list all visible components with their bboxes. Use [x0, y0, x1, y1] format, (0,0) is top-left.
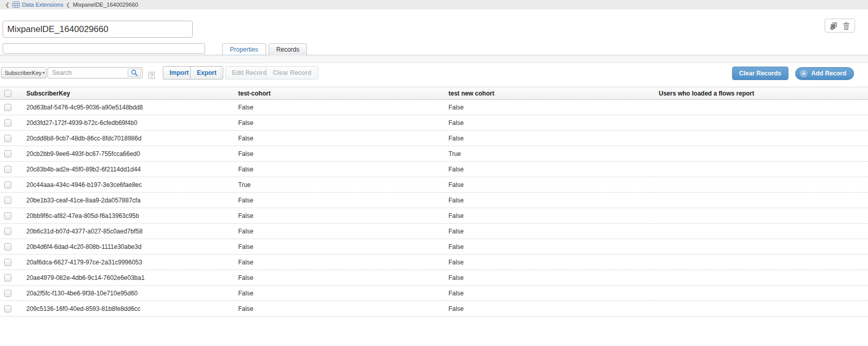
cell-test-new-cohort: False	[445, 177, 656, 193]
cell-test-new-cohort: False	[445, 100, 656, 115]
toolbar-right-group: Clear Records + Add Record	[732, 67, 854, 80]
cell-test-new-cohort: False	[445, 193, 656, 208]
tab-bar: Properties Records	[222, 43, 307, 55]
cell-test-cohort: False	[235, 286, 445, 301]
cell-subscriber-key: 20d63baf-5476-4c95-9036-a90e5148bdd8	[23, 100, 235, 115]
table-row[interactable]: 20be1b33-ceaf-41ce-8aa9-2da057887cfa Fal…	[0, 193, 868, 208]
table-row[interactable]: 20c44aaa-434c-4946-b197-3e3ce6fae8ec Tru…	[0, 177, 868, 193]
cell-flows-report	[656, 301, 868, 317]
search-field-dropdown[interactable]: SubscriberKey ▼	[1, 67, 47, 78]
row-checkbox[interactable]	[4, 228, 11, 235]
cell-flows-report	[656, 193, 868, 208]
row-checkbox[interactable]	[4, 259, 11, 266]
plus-icon: +	[800, 70, 808, 77]
row-checkbox[interactable]	[4, 305, 11, 312]
de-name-input[interactable]	[3, 21, 193, 38]
tab-properties[interactable]: Properties	[222, 43, 266, 55]
row-checkbox[interactable]	[4, 290, 11, 297]
select-all-checkbox[interactable]	[4, 90, 11, 97]
de-description-input[interactable]	[3, 43, 205, 54]
export-button[interactable]: Export	[190, 66, 223, 80]
cell-test-cohort: False	[235, 115, 445, 131]
cell-test-cohort: False	[235, 270, 445, 286]
cell-test-cohort: False	[235, 100, 445, 115]
help-icon[interactable]: ?	[148, 72, 155, 79]
cell-test-new-cohort: False	[445, 286, 656, 301]
table-row[interactable]: 209c5136-16f0-40ed-8593-81b8fe8dd6cc Fal…	[0, 301, 868, 317]
cell-flows-report	[656, 239, 868, 255]
row-checkbox[interactable]	[4, 181, 11, 188]
copy-icon[interactable]	[830, 22, 838, 30]
cell-flows-report	[656, 100, 868, 115]
clear-record-button[interactable]: Clear Record	[266, 66, 318, 80]
magnifier-icon	[131, 69, 138, 76]
row-checkbox[interactable]	[4, 104, 11, 111]
table-row[interactable]: 20ae4979-082e-4db6-9c14-7602e6e03ba1 Fal…	[0, 270, 868, 286]
row-checkbox[interactable]	[4, 212, 11, 219]
row-checkbox[interactable]	[4, 135, 11, 142]
cell-test-new-cohort: False	[445, 131, 656, 146]
cell-flows-report	[656, 177, 868, 193]
cell-subscriber-key: 20a2f5fc-f130-4be6-9f38-10e710e95d60	[23, 286, 235, 301]
row-checkbox[interactable]	[4, 119, 11, 127]
column-header-flows-report[interactable]: Users who loaded a flows report	[656, 87, 868, 100]
breadcrumb-current: MixpanelDE_1640029660	[73, 2, 138, 8]
cell-test-cohort: False	[235, 146, 445, 162]
table-row[interactable]: 20af6dca-6627-4179-97ce-2a31c9996053 Fal…	[0, 255, 868, 270]
table-row[interactable]: 20bb9f6c-af82-47ea-805d-f6a13963c95b Fal…	[0, 208, 868, 224]
cell-subscriber-key: 20b4d6f4-6dad-4c20-808b-1111e30abe3d	[23, 239, 235, 255]
cell-subscriber-key: 20c83b4b-ad2e-45f0-89b2-6f2114dd1d44	[23, 162, 235, 177]
cell-test-cohort: False	[235, 239, 445, 255]
data-extension-grid-icon	[12, 2, 20, 8]
cell-flows-report	[656, 286, 868, 301]
tab-band	[0, 55, 868, 63]
add-record-button[interactable]: + Add Record	[795, 67, 854, 80]
cell-flows-report	[656, 146, 868, 162]
table-row[interactable]: 20d3fd27-172f-4939-b72c-6cfedb69f4b0 Fal…	[0, 115, 868, 131]
table-row[interactable]: 20d63baf-5476-4c95-9036-a90e5148bdd8 Fal…	[0, 100, 868, 115]
cell-subscriber-key: 20cb2bb9-9ee6-493f-bc67-755fcca66ed0	[23, 146, 235, 162]
tab-records[interactable]: Records	[269, 43, 307, 56]
cell-test-new-cohort: False	[445, 239, 656, 255]
row-checkbox[interactable]	[4, 150, 11, 158]
clear-records-button[interactable]: Clear Records	[732, 67, 788, 80]
table-row[interactable]: 20cdd8b8-9cb7-48db-86cc-8fdc7018986d Fal…	[0, 131, 868, 146]
cell-flows-report	[656, 224, 868, 239]
records-toolbar: SubscriberKey ▼ ? Import Export Edit Rec…	[0, 66, 868, 81]
back-chevron-icon[interactable]: ❮	[5, 2, 9, 8]
table-row[interactable]: 20c83b4b-ad2e-45f0-89b2-6f2114dd1d44 Fal…	[0, 162, 868, 177]
row-checkbox[interactable]	[4, 166, 11, 173]
cell-subscriber-key: 209c5136-16f0-40ed-8593-81b8fe8dd6cc	[23, 301, 235, 317]
cell-subscriber-key: 20c44aaa-434c-4946-b197-3e3ce6fae8ec	[23, 177, 235, 193]
table-row[interactable]: 20cb2bb9-9ee6-493f-bc67-755fcca66ed0 Fal…	[0, 146, 868, 162]
add-record-label: Add Record	[811, 70, 846, 77]
cell-subscriber-key: 20af6dca-6627-4179-97ce-2a31c9996053	[23, 255, 235, 270]
breadcrumb: ❮ Data Extensions ❮ MixpanelDE_164002966…	[0, 0, 868, 9]
table-header-row: SubscriberKey test-cohort test new cohor…	[0, 87, 868, 100]
chevron-down-icon: ▼	[42, 71, 46, 75]
cell-flows-report	[656, 115, 868, 131]
table-row[interactable]: 20b6c31d-b07d-4377-a027-85c0aed7bf58 Fal…	[0, 224, 868, 239]
cell-flows-report	[656, 162, 868, 177]
breadcrumb-separator-icon: ❮	[66, 2, 70, 8]
trash-icon[interactable]	[843, 22, 850, 30]
breadcrumb-link-data-extensions[interactable]: Data Extensions	[22, 2, 63, 8]
table-row[interactable]: 20b4d6f4-6dad-4c20-808b-1111e30abe3d Fal…	[0, 239, 868, 255]
column-header-subscriber-key[interactable]: SubscriberKey	[23, 87, 235, 100]
cell-subscriber-key: 20bb9f6c-af82-47ea-805d-f6a13963c95b	[23, 208, 235, 224]
cell-test-new-cohort: False	[445, 115, 656, 131]
cell-test-new-cohort: False	[445, 162, 656, 177]
row-checkbox[interactable]	[4, 274, 11, 281]
cell-test-cohort: False	[235, 224, 445, 239]
column-header-test-cohort[interactable]: test-cohort	[235, 87, 445, 100]
toolbar-divider	[221, 67, 221, 79]
cell-test-cohort: False	[235, 131, 445, 146]
search-field-value: SubscriberKey	[5, 70, 42, 76]
row-checkbox[interactable]	[4, 243, 11, 250]
cell-test-new-cohort: False	[445, 270, 656, 286]
search-button[interactable]	[128, 69, 141, 77]
table-row[interactable]: 20a2f5fc-f130-4be6-9f38-10e710e95d60 Fal…	[0, 286, 868, 301]
cell-test-cohort: True	[235, 177, 445, 193]
column-header-test-new-cohort[interactable]: test new cohort	[445, 87, 656, 100]
row-checkbox[interactable]	[4, 197, 11, 204]
